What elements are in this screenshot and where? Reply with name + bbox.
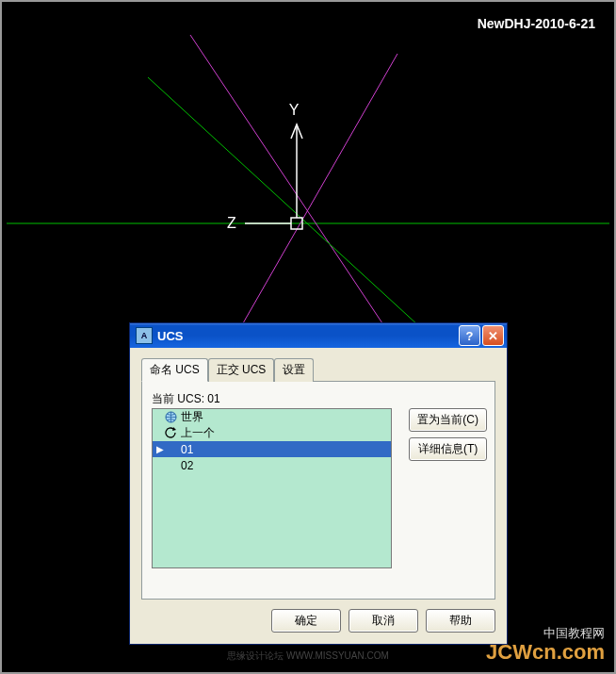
ok-button[interactable]: 确定 [271,609,341,633]
row-marker: ▶ [156,444,164,454]
cancel-button[interactable]: 取消 [349,609,418,633]
tab-strip: 命名 UCS 正交 UCS 设置 [141,358,495,382]
previous-icon [164,427,177,440]
svg-text:Y: Y [289,102,300,118]
app-icon: A [136,327,153,344]
tab-panel-named: 当前 UCS: 01 世界 上一个 [141,381,495,600]
list-item[interactable]: 世界 [153,409,391,425]
watermark-center: 思缘设计论坛 WWW.MISSYUAN.COM [227,649,389,663]
svg-line-1 [190,35,397,346]
blank-icon [164,459,177,472]
list-item[interactable]: 02 [153,457,391,473]
tab-named-ucs[interactable]: 命名 UCS [141,358,208,382]
watermark-bottom: 中国教程网 JCWcn.com [486,625,605,665]
current-ucs-label: 当前 UCS: 01 [152,391,485,407]
list-item[interactable]: ▶ 01 [153,441,391,457]
list-item-label: 世界 [181,409,203,425]
ucs-dialog: A UCS ? ✕ 命名 UCS 正交 UCS 设置 当前 UCS: 01 [129,322,508,645]
help-button[interactable]: 帮助 [426,609,495,633]
blank-icon [164,443,177,456]
ucs-listbox[interactable]: 世界 上一个 ▶ 01 [152,408,392,568]
list-item-label: 02 [181,459,193,472]
dialog-titlebar[interactable]: A UCS ? ✕ [130,323,507,348]
dialog-title: UCS [157,329,457,343]
svg-marker-10 [172,427,176,431]
globe-icon [164,411,177,424]
close-button[interactable]: ✕ [482,325,504,346]
help-title-button[interactable]: ? [459,325,480,346]
list-item-label: 01 [181,443,193,456]
list-item[interactable]: 上一个 [153,425,391,441]
set-current-button[interactable]: 置为当前(C) [409,408,487,432]
tab-settings[interactable]: 设置 [274,358,314,382]
details-button[interactable]: 详细信息(T) [409,437,487,461]
tab-ortho-ucs[interactable]: 正交 UCS [208,358,275,382]
svg-text:Z: Z [227,215,236,231]
list-item-label: 上一个 [181,425,215,441]
